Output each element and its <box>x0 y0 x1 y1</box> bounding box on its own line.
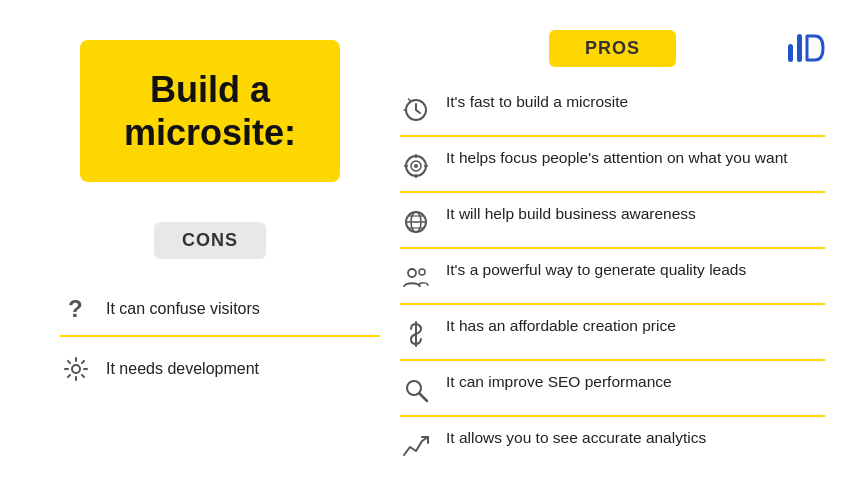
svg-point-5 <box>414 164 418 168</box>
left-panel: Build a microsite: CONS ? It can confuse… <box>40 30 380 470</box>
pros-item-leads: It's a powerful way to generate quality … <box>400 251 825 305</box>
pros-item-seo: It can improve SEO performance <box>400 363 825 417</box>
pros-list: It's fast to build a microsite It helps <box>400 83 825 473</box>
search-icon <box>400 374 432 406</box>
brand-logo <box>788 34 825 62</box>
cons-label: CONS <box>154 222 266 259</box>
svg-line-19 <box>420 394 428 402</box>
cons-item-development: It needs development <box>60 343 380 395</box>
question-icon: ? <box>60 293 92 325</box>
svg-point-16 <box>419 269 425 275</box>
pros-label: PROS <box>549 30 676 67</box>
page-container: Build a microsite: CONS ? It can confuse… <box>0 0 865 500</box>
cons-text-confuse: It can confuse visitors <box>106 300 260 318</box>
globe-icon <box>400 206 432 238</box>
pros-text-seo: It can improve SEO performance <box>446 372 672 393</box>
chart-icon <box>400 430 432 462</box>
cons-item-confuse: ? It can confuse visitors <box>60 283 380 337</box>
pros-item-analytics: It allows you to see accurate analytics <box>400 419 825 471</box>
pros-text-awareness: It will help build business awareness <box>446 204 696 225</box>
money-icon <box>400 318 432 350</box>
right-header: PROS <box>400 30 825 67</box>
pros-text-focus: It helps focus people's attention on wha… <box>446 148 788 169</box>
clock-icon <box>400 94 432 126</box>
page-title: Build a microsite: <box>116 68 304 154</box>
svg-point-15 <box>408 269 416 277</box>
people-icon <box>400 262 432 294</box>
pros-text-affordable: It has an affordable creation price <box>446 316 676 337</box>
cons-text-development: It needs development <box>106 360 259 378</box>
pros-item-awareness: It will help build business awareness <box>400 195 825 249</box>
svg-text:?: ? <box>68 295 83 322</box>
gear-icon <box>60 353 92 385</box>
pros-text-fast: It's fast to build a microsite <box>446 92 628 113</box>
pros-item-affordable: It has an affordable creation price <box>400 307 825 361</box>
cons-list: ? It can confuse visitors It needs devel… <box>40 283 380 401</box>
title-box: Build a microsite: <box>80 40 340 182</box>
target-icon <box>400 150 432 182</box>
right-panel: PROS <box>380 30 825 470</box>
pros-item-fast: It's fast to build a microsite <box>400 83 825 137</box>
pros-text-analytics: It allows you to see accurate analytics <box>446 428 706 449</box>
pros-text-leads: It's a powerful way to generate quality … <box>446 260 746 281</box>
svg-point-1 <box>72 365 80 373</box>
pros-item-focus: It helps focus people's attention on wha… <box>400 139 825 193</box>
